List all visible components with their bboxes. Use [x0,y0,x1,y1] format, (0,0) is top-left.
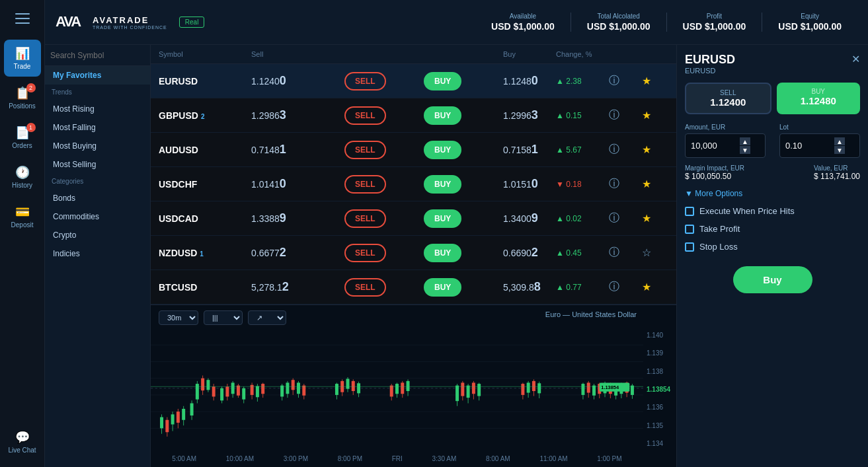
stop-loss-checkbox[interactable] [685,242,694,252]
sell-price-button[interactable]: SELL 1.12400 [685,83,771,114]
buy-button[interactable]: BUY [424,175,461,194]
table-row[interactable]: NZDUSD1 0.66772 SELL BUY 0.66902 ▲ 0.45 … [151,236,676,270]
right-panel-header: EURUSD EURUSD ✕ [685,53,860,75]
sidebar-item-indicies[interactable]: Indicies [45,244,150,263]
info-icon[interactable]: ⓘ [609,108,642,122]
table-row[interactable]: USDCAD 1.33889 SELL BUY 1.34009 ▲ 0.02 ⓘ… [151,201,676,236]
table-row[interactable]: USDCHF 1.01410 SELL BUY 1.01510 ▼ 0.18 ⓘ… [151,167,676,201]
sidebar-item-most-selling[interactable]: Most Selling [45,155,150,174]
sell-price: 0.71481 [251,143,344,157]
info-icon[interactable]: ⓘ [609,246,642,260]
sell-button[interactable]: SELL [344,209,386,228]
star-icon[interactable]: ★ [642,281,668,293]
take-profit-checkbox[interactable] [685,225,694,234]
sidebar-item-live-chat[interactable]: 💬 Live Chat [4,423,41,460]
hamburger-menu[interactable] [11,7,34,30]
execute-when-checkbox[interactable] [685,207,694,216]
timeframe-select[interactable]: 30m 1h 4h 1d [159,310,198,325]
info-icon[interactable]: ⓘ [609,177,642,191]
buy-main-button[interactable]: Buy [733,266,812,293]
sell-button[interactable]: SELL [344,175,386,194]
sell-btn-cell: SELL [344,244,424,262]
search-input[interactable] [50,51,149,60]
sidebar-item-orders[interactable]: 1 📄 Orders [4,119,41,156]
chart-type-select[interactable]: ||| Line [204,310,243,325]
amount-decrement[interactable]: ▼ [740,146,750,154]
sell-price: 1.12400 [251,74,344,88]
close-button[interactable]: ✕ [851,53,860,65]
buy-button[interactable]: BUY [424,72,461,90]
amount-increment[interactable]: ▲ [740,137,750,145]
sidebar-item-deposit[interactable]: 💳 Deposit [4,198,41,235]
info-icon[interactable]: ⓘ [609,280,642,294]
buy-button[interactable]: BUY [424,278,461,297]
svg-rect-43 [261,384,264,394]
amount-lot-row: Amount, EUR ▲ ▼ Lot [685,124,860,158]
sidebar-item-most-rising[interactable]: Most Rising [45,100,150,118]
lot-input[interactable] [785,141,832,151]
sidebar-item-most-falling[interactable]: Most Falling [45,118,150,137]
buy-button[interactable]: BUY [424,106,461,125]
profit-value: USD $1,000.00 [683,21,746,32]
info-icon[interactable]: ⓘ [609,74,642,88]
stop-loss-label: Stop Loss [699,242,738,252]
sidebar-item-label-trade: Trade [14,63,31,70]
sidebar-item-label-positions: Positions [9,102,36,110]
y-label-6: 1.134 [647,440,673,447]
more-options-toggle[interactable]: ▼ More Options [685,189,860,198]
table-row[interactable]: EURUSD 1.12400 SELL BUY 1.12480 ▲ 2.38 ⓘ… [151,64,676,98]
svg-rect-65 [390,386,393,397]
info-icon[interactable]: ⓘ [609,211,642,225]
table-row[interactable]: BTCUSD 5,278.12 SELL BUY 5,309.88 ▲ 0.77… [151,270,676,305]
star-icon[interactable]: ★ [642,212,668,225]
buy-button[interactable]: BUY [424,209,461,228]
lot-increment[interactable]: ▲ [834,137,845,145]
lot-decrement[interactable]: ▼ [834,146,845,154]
sidebar-item-most-buying[interactable]: Most Buying [45,137,150,155]
table-row[interactable]: GBPUSD2 1.29863 SELL BUY 1.29963 ▲ 0.15 … [151,98,676,133]
sell-button[interactable]: SELL [344,106,386,125]
instrument-title: EURUSD [685,53,735,67]
svg-rect-91 [581,384,584,395]
col-buy-btn [424,50,503,58]
sell-button[interactable]: SELL [344,278,386,297]
x-label-0: 5:00 AM [172,455,196,462]
svg-rect-47 [286,382,289,394]
sidebar-item-trade[interactable]: 📊 Trade [4,40,41,77]
y-label-0: 1.140 [647,332,673,339]
info-icon[interactable]: ⓘ [609,143,642,157]
price-buttons: SELL 1.12400 BUY 1.12480 [685,83,860,114]
amount-group: Amount, EUR ▲ ▼ [685,124,766,158]
trade-icon: 📊 [15,46,30,61]
svg-rect-87 [532,381,535,391]
draw-tool-select[interactable]: ↗ Pen [248,310,286,325]
change-value: ▼ 0.18 [556,180,609,189]
amount-input[interactable] [691,141,737,151]
buy-price-button[interactable]: BUY 1.12480 [777,83,861,114]
star-icon[interactable]: ★ [642,143,668,156]
buy-button[interactable]: BUY [424,244,461,262]
symbol-sidebar: 🔍 My Favorites Trends Most Rising Most F… [45,45,151,467]
svg-rect-25 [206,380,210,390]
star-icon[interactable]: ★ [642,178,668,190]
sidebar-item-positions[interactable]: 2 📋 Positions [4,79,41,116]
sell-btn-cell: SELL [344,106,424,125]
col-sell: Sell [251,50,344,58]
table-row[interactable]: AUDUSD 0.71481 SELL BUY 0.71581 ▲ 5.67 ⓘ… [151,133,676,167]
sidebar-item-bonds[interactable]: Bonds [45,189,150,207]
star-icon[interactable]: ★ [642,75,668,87]
star-icon[interactable]: ★ [642,109,668,122]
sidebar-item-commodities[interactable]: Commodities [45,207,150,226]
sidebar-item-crypto[interactable]: Crypto [45,226,150,244]
sidebar-item-my-favorites[interactable]: My Favorites [45,66,150,85]
sidebar-item-history[interactable]: 🕐 History [4,159,41,196]
sell-button[interactable]: SELL [344,141,386,159]
lot-stepper: ▲ ▼ [834,137,845,154]
star-icon[interactable]: ☆ [642,246,668,259]
sell-price: 1.01410 [251,177,344,191]
lot-group: Lot ▲ ▼ [779,124,860,158]
sell-button[interactable]: SELL [344,72,386,90]
buy-button[interactable]: BUY [424,141,461,159]
x-label-5: 3:30 AM [432,455,457,462]
sell-button[interactable]: SELL [344,244,386,262]
